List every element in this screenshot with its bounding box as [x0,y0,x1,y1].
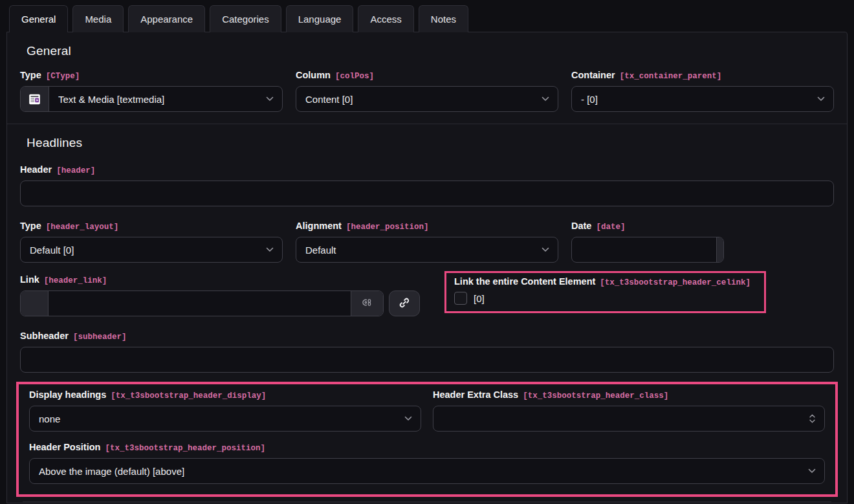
tab-categories-label: Categories [222,14,269,25]
ctype-key: [CType] [46,72,80,81]
date-label: Date [571,221,591,231]
date-key: [date] [596,223,625,232]
field-header-link: Link [header_link] [20,274,420,316]
header-layout-key: [header_layout] [46,223,119,232]
header-layout-label: Type [20,221,41,231]
tab-media[interactable]: Media [72,5,124,32]
link-label: Link [20,274,39,285]
display-headings-key: [tx_t3sbootstrap_header_display] [111,391,266,400]
header-layout-select[interactable]: Default [0] [20,237,283,263]
chevron-down-icon [817,96,825,102]
field-display-headings: Display headings [tx_t3sbootstrap_header… [29,389,421,432]
field-header: Header [header] [20,164,834,206]
field-container-parent: Container [tx_container_parent] - [0] [571,70,834,112]
tab-notes[interactable]: Notes [419,5,468,32]
tab-categories[interactable]: Categories [210,5,281,32]
chevron-down-icon [266,96,274,102]
field-header-extra-class: Header Extra Class [tx_t3sbootstrap_head… [433,389,825,432]
celink-checkbox[interactable] [454,292,467,305]
tab-content-panel: General Type [CType] [6,32,848,503]
field-header-layout: Type [header_layout] Default [0] [20,221,283,263]
alignment-key: [header_position] [346,223,429,232]
section-headlines: Headlines Header [header] Type [header_l… [7,124,847,504]
header-extra-class-select[interactable] [433,406,825,432]
link-input-group [20,290,384,316]
tab-media-label: Media [85,14,111,25]
display-headings-select-value: none [39,413,60,424]
field-colpos: Column [colPos] Content [0] [296,70,558,112]
field-date: Date [date] [571,221,834,263]
alignment-select-value: Default [305,245,336,256]
ctype-label: Type [20,70,41,80]
container-label: Container [571,70,615,80]
link-details-button[interactable] [351,291,383,316]
date-picker-button[interactable] [716,237,724,262]
colpos-key: [colPos] [335,72,374,81]
display-headings-select[interactable]: none [29,406,421,432]
alignment-select[interactable]: Default [296,237,558,263]
chevron-up-down-icon [809,413,816,424]
header-position-label: Header Position [29,442,100,452]
section-divider [23,501,831,502]
colpos-select-value: Content [0] [305,94,353,105]
header-extra-class-key: [tx_t3sbootstrap_header_class] [523,391,668,400]
header-position-select-value: Above the image (default) [above] [39,466,184,477]
date-input-group [571,237,724,263]
chevron-down-icon [266,247,274,252]
header-position-select[interactable]: Above the image (default) [above] [29,458,825,484]
subheader-key: [subheader] [73,333,127,342]
link-key: [header_link] [44,276,107,285]
colpos-select[interactable]: Content [0] [296,86,558,112]
container-key: [tx_container_parent] [620,72,722,81]
tab-general[interactable]: General [9,5,68,32]
link-details-icon [361,296,373,311]
tab-appearance-label: Appearance [140,14,193,25]
tab-access-label: Access [370,14,401,25]
celink-checkbox-label: [0] [474,293,485,304]
subheader-label: Subheader [20,331,69,341]
field-ctype: Type [CType] [20,70,283,112]
display-headings-label: Display headings [29,389,106,400]
tab-access[interactable]: Access [358,5,413,32]
container-select[interactable]: - [0] [571,86,834,112]
header-input[interactable] [20,181,834,206]
ctype-select[interactable]: Text & Media [textmedia] [20,86,283,112]
celink-highlight-box: Link the entire Content Element [tx_t3sb… [444,271,766,313]
header-label: Header [20,164,52,175]
tab-general-label: General [21,14,56,25]
celink-label: Link the entire Content Element [454,276,595,287]
celink-key: [tx_t3sbootstrap_header_celink] [600,278,750,287]
link-input[interactable] [49,291,351,316]
subheader-input[interactable] [20,347,834,373]
tab-appearance[interactable]: Appearance [128,5,205,32]
textmedia-content-icon [21,87,49,111]
chevron-down-icon [808,468,816,474]
section-general: General Type [CType] [7,32,847,124]
section-general-title: General [27,44,827,58]
chevron-down-icon [542,96,549,102]
tab-language[interactable]: Language [286,5,354,32]
colpos-label: Column [296,70,331,80]
field-subheader: Subheader [subheader] [20,331,834,373]
link-wizard-button[interactable] [389,290,420,316]
field-header-position-align: Alignment [header_position] Default [296,221,558,263]
container-select-value: - [0] [581,94,598,105]
date-input[interactable] [572,237,716,262]
header-position-key: [tx_t3sbootstrap_header_position] [105,444,265,453]
tab-notes-label: Notes [431,14,456,25]
chevron-down-icon [542,247,549,252]
link-icon-prefix [21,291,49,316]
header-key: [header] [56,166,95,175]
section-headlines-title: Headlines [27,136,827,150]
header-settings-highlight-box: Display headings [tx_t3sbootstrap_header… [16,382,838,497]
tab-bar: General Media Appearance Categories Lang… [0,0,854,32]
header-layout-select-value: Default [0] [30,245,74,256]
field-header-position: Header Position [tx_t3sbootstrap_header_… [29,442,825,484]
tab-language-label: Language [298,14,342,25]
header-extra-class-label: Header Extra Class [433,389,518,400]
alignment-label: Alignment [296,221,342,231]
ctype-select-value: Text & Media [textmedia] [58,94,164,105]
link-wizard-icon [399,297,410,311]
chevron-down-icon [404,416,412,421]
